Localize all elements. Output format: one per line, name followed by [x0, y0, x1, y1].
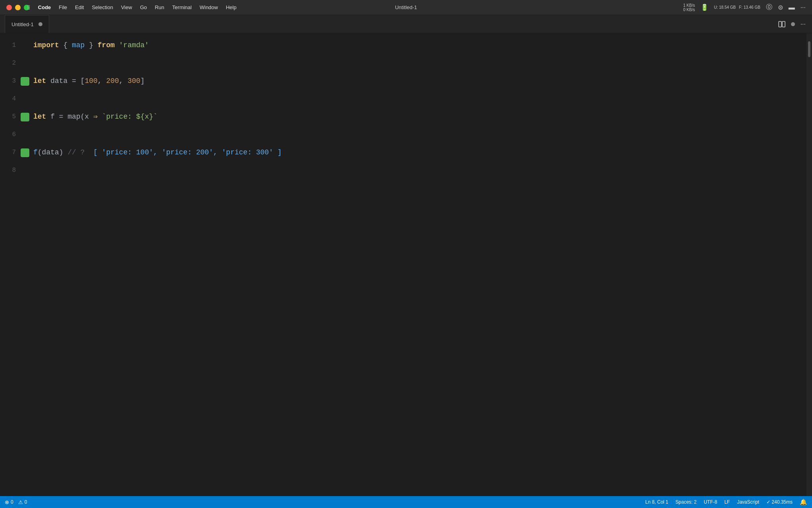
token: 300	[128, 77, 140, 85]
line-number: 7	[0, 144, 24, 162]
notification-icon[interactable]: 🔔	[800, 498, 807, 506]
token: import	[33, 41, 59, 49]
token: [ 'price: 100', 'price: 200', 'price: 30…	[93, 148, 282, 156]
error-icon: ⊗	[5, 499, 9, 505]
code-content: import { map } from 'ramda'	[33, 37, 806, 54]
token: from	[98, 41, 115, 49]
no-breakpoint	[21, 95, 29, 104]
line-number: 1	[0, 37, 24, 54]
breakpoint-indicator	[21, 77, 29, 86]
code-line: 1import { map } from 'ramda'	[0, 37, 806, 54]
token: (data)	[38, 148, 68, 156]
code-content: f(data) // ? [ 'price: 100', 'price: 200…	[33, 144, 806, 162]
wifi-icon: ⊜	[778, 4, 783, 11]
tab-unsaved-indicator	[38, 22, 42, 26]
token: // ?	[67, 148, 84, 156]
editor-area: 1import { map } from 'ramda'23let data =…	[0, 33, 812, 496]
file-encoding[interactable]: UTF-8	[704, 499, 717, 505]
minimize-button[interactable]	[15, 5, 21, 10]
menu-help[interactable]: Help	[222, 0, 241, 15]
code-line: 2	[0, 54, 806, 72]
token: 200	[106, 77, 119, 85]
line-number: 4	[0, 90, 24, 108]
app-name[interactable]: Code	[34, 0, 55, 15]
status-right: Ln 8, Col 1 Spaces: 2 UTF-8 LF JavaScrip…	[645, 498, 807, 506]
token: map	[72, 41, 84, 49]
cursor-position[interactable]: Ln 8, Col 1	[645, 499, 668, 505]
language-mode[interactable]: JavaScript	[737, 499, 759, 505]
timing: ✓ 240.35ms	[766, 499, 793, 505]
vertical-scrollbar[interactable]	[806, 33, 812, 496]
menu-terminal[interactable]: Terminal	[168, 0, 195, 15]
menu-view[interactable]: View	[117, 0, 136, 15]
title-bar:  Code File Edit Selection View Go Run T…	[0, 0, 812, 15]
token: ⇒	[93, 113, 98, 121]
unsaved-circle	[791, 22, 795, 26]
token: 'ramda'	[119, 41, 149, 49]
menu-edit[interactable]: Edit	[71, 0, 88, 15]
code-line: 4	[0, 90, 806, 108]
token	[98, 113, 102, 121]
code-line: 7f(data) // ? [ 'price: 100', 'price: 20…	[0, 144, 806, 162]
indentation[interactable]: Spaces: 2	[676, 499, 697, 505]
code-content: let data = [100, 200, 300]	[33, 72, 806, 90]
menu-bar:  Code File Edit Selection View Go Run T…	[24, 0, 240, 15]
code-editor[interactable]: 1import { map } from 'ramda'23let data =…	[0, 33, 806, 496]
scrollbar-thumb	[808, 41, 810, 57]
line-number: 5	[0, 108, 24, 126]
status-bar: ⊗ 0 ⚠ 0 Ln 8, Col 1 Spaces: 2 UTF-8 LF J…	[0, 496, 812, 508]
line-number: 8	[0, 162, 24, 179]
token: `price: ${x}`	[102, 113, 157, 121]
title-right-info: 1 KB/s 0 KB/s 🔋 U: 18.54 GBF: 13.46 GB ⓪…	[683, 3, 806, 12]
no-breakpoint	[21, 59, 29, 68]
no-breakpoint	[21, 131, 29, 139]
code-line: 8	[0, 162, 806, 179]
tab-bar: Untitled-1 ···	[0, 15, 812, 33]
menu-go[interactable]: Go	[136, 0, 151, 15]
token	[115, 41, 119, 49]
token: let	[33, 77, 46, 85]
battery-icon: 🔋	[701, 4, 709, 11]
line-number: 3	[0, 72, 24, 90]
split-editor-button[interactable]	[778, 21, 785, 28]
memory-stats: U: 18.54 GBF: 13.46 GB	[714, 5, 760, 10]
token: let	[33, 113, 46, 121]
code-line: 5let f = map(x ⇒ `price: ${x}`	[0, 108, 806, 126]
token: ]	[140, 77, 145, 85]
window-title: Untitled-1	[395, 4, 417, 10]
more-actions-button[interactable]: ···	[801, 21, 806, 28]
close-button[interactable]	[6, 5, 12, 10]
network-stats: 1 KB/s 0 KB/s	[683, 3, 695, 12]
status-errors[interactable]: ⊗ 0 ⚠ 0	[5, 499, 27, 505]
breakpoint-indicator	[21, 148, 29, 157]
menu-file[interactable]: File	[55, 0, 71, 15]
more-icon[interactable]: ···	[801, 4, 806, 11]
code-content: let f = map(x ⇒ `price: ${x}`	[33, 108, 806, 126]
token: 100	[85, 77, 98, 85]
no-breakpoint	[21, 166, 29, 175]
tab-title: Untitled-1	[11, 21, 34, 27]
token	[85, 148, 94, 156]
tab-bar-icons: ···	[778, 21, 806, 28]
menu-selection[interactable]: Selection	[88, 0, 117, 15]
tab-untitled[interactable]: Untitled-1	[5, 15, 49, 33]
status-left: ⊗ 0 ⚠ 0	[5, 499, 27, 505]
circle-icon: ⓪	[766, 3, 772, 12]
line-number: 2	[0, 54, 24, 72]
warning-icon: ⚠	[18, 499, 23, 505]
token: data = [	[46, 77, 84, 85]
code-line: 6	[0, 126, 806, 144]
svg-rect-1	[782, 21, 785, 27]
line-endings[interactable]: LF	[724, 499, 730, 505]
token: f	[33, 148, 38, 156]
menu-window[interactable]: Window	[195, 0, 222, 15]
apple-menu[interactable]: 	[24, 0, 34, 15]
battery-full-icon: ▬	[789, 4, 795, 11]
menu-run[interactable]: Run	[151, 0, 168, 15]
breakpoint-indicator	[21, 113, 29, 121]
token: f = map(x	[46, 113, 93, 121]
no-breakpoint	[21, 41, 29, 50]
token: ,	[119, 77, 128, 85]
line-number: 6	[0, 126, 24, 144]
token: }	[85, 41, 98, 49]
